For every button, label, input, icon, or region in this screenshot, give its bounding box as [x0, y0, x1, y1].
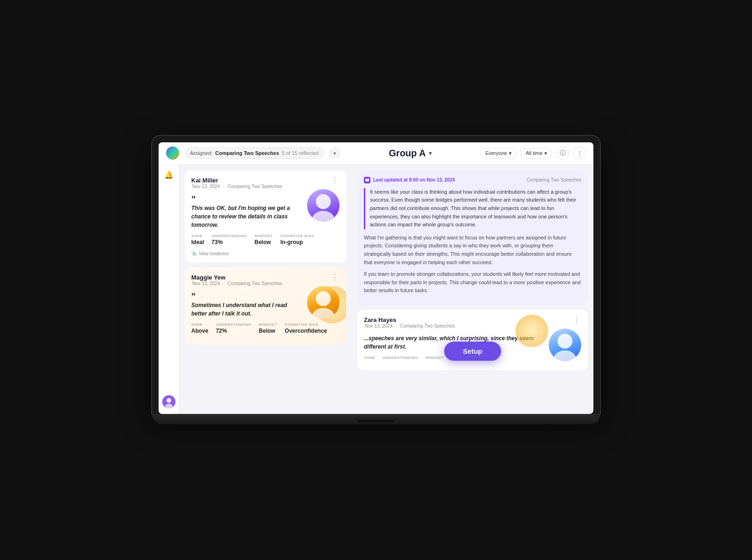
cards-column: Kai Miller Nov 13, 2024 · Comparing Two … [179, 165, 352, 414]
kai-mindset: MINDSET Below [255, 234, 273, 245]
kai-zone: ZONE Ideal [191, 234, 204, 245]
everyone-chevron: ▾ [509, 150, 512, 156]
kai-name: Kai Miller [191, 177, 283, 184]
maggie-mindset: MINDSET Below [259, 322, 278, 334]
kai-avatar [307, 189, 340, 222]
everyone-label: Everyone [485, 150, 507, 156]
reflected-count: 5 of 15 reflected [282, 150, 319, 156]
zara-name: Zara Hayes [364, 316, 456, 323]
maggie-metrics: ZONE Above UNDERSTANDING 72% MINDSET Bel… [191, 322, 340, 334]
zara-info: Zara Hayes Nov 13, 2024 · Comparing Two … [364, 316, 456, 332]
top-nav: Assigned: Comparing Two Speeches 5 of 15… [159, 142, 593, 165]
summary-updated-text: Last updated at 8:00 on Nov 13, 2024 [373, 177, 455, 182]
maggie-name: Maggie Yew [191, 274, 283, 281]
nav-right: Everyone ▾ All time ▾ ⓘ ⋮ [480, 147, 586, 160]
maggie-zone: ZONE Above [191, 322, 209, 334]
assigned-badge[interactable]: Assigned: Comparing Two Speeches 5 of 15… [185, 147, 324, 159]
info-button[interactable]: ⓘ [556, 147, 569, 160]
summary-body: It seems like your class is thinking abo… [364, 188, 581, 229]
summary-icon [364, 177, 370, 183]
alltime-label: All time [526, 150, 543, 156]
summary-header: Last updated at 8:00 on Nov 13, 2024 Com… [364, 177, 581, 183]
setup-button[interactable]: Setup [444, 342, 501, 361]
sidebar: 🔔 [159, 165, 179, 414]
info-icon: ⓘ [560, 149, 566, 157]
summary-card: Last updated at 8:00 on Nov 13, 2024 Com… [357, 170, 588, 305]
group-title-area: Group A ▾ [346, 148, 475, 159]
kai-understanding: UNDERSTANDING 73% [211, 234, 247, 245]
kai-more-button[interactable]: ⋮ [330, 177, 340, 184]
right-panel: Last updated at 8:00 on Nov 13, 2024 Com… [352, 165, 593, 414]
student-card-zara: Zara Hayes Nov 13, 2024 · Comparing Two … [357, 310, 588, 370]
svg-rect-7 [365, 178, 369, 182]
summary-assignment: Comparing Two Speeches [527, 177, 581, 182]
everyone-filter[interactable]: Everyone ▾ [480, 148, 516, 159]
maggie-cognitive-bias: COGNITIVE BIAS Overconfidence [285, 322, 327, 334]
more-options-button[interactable]: ⋮ [573, 147, 586, 160]
maggie-avatar [307, 286, 340, 319]
main-content: 🔔 [159, 165, 593, 414]
summary-updated: Last updated at 8:00 on Nov 13, 2024 [364, 177, 455, 183]
app-logo [166, 147, 179, 160]
group-title: Group A [389, 148, 426, 159]
maggie-meta: Nov 13, 2024 · Comparing Two Speeches [191, 281, 283, 286]
zara-zone: ZONE [364, 356, 375, 360]
alltime-chevron: ▾ [544, 150, 547, 156]
student-card-kai: Kai Miller Nov 13, 2024 · Comparing Two … [185, 170, 346, 263]
alltime-filter[interactable]: All time ▾ [521, 148, 552, 159]
summary-paragraph-3: If you learn to promote stronger collabo… [364, 270, 581, 295]
group-dropdown-icon[interactable]: ▾ [429, 149, 432, 157]
kai-info: Kai Miller Nov 13, 2024 · Comparing Two … [191, 177, 283, 193]
kai-meta: Nov 13, 2024 · Comparing Two Speeches [191, 184, 283, 189]
setup-overlay: Setup [444, 342, 501, 361]
svg-rect-9 [368, 178, 369, 179]
chevron-down-icon: ▾ [334, 151, 336, 156]
summary-paragraph-1: It seems like your class is thinking abo… [370, 188, 581, 229]
svg-rect-8 [366, 178, 367, 179]
svg-point-5 [316, 291, 331, 306]
kai-metrics: ZONE Ideal UNDERSTANDING 73% MINDSET Bel… [191, 234, 340, 245]
maggie-understanding: UNDERSTANDING 72% [216, 322, 251, 334]
kai-cognitive-bias: COGNITIVE BIAS In-group [280, 234, 314, 245]
card-header-zara: Zara Hayes Nov 13, 2024 · Comparing Two … [364, 316, 581, 332]
more-dots-icon: ⋮ [577, 150, 583, 157]
paperclip-icon: 📎 [191, 251, 197, 256]
view-evidence-button[interactable]: 📎 View evidence [191, 249, 340, 256]
zara-meta: Nov 13, 2024 · Comparing Two Speeches [364, 323, 456, 329]
student-card-maggie: Maggie Yew Nov 13, 2024 · Comparing Two … [185, 267, 346, 344]
assigned-label: Assigned: [190, 150, 212, 156]
summary-paragraph-2: What I'm gathering is that you might wan… [364, 234, 581, 266]
maggie-more-button[interactable]: ⋮ [330, 274, 340, 281]
svg-point-1 [167, 398, 171, 403]
zara-mindset: MINDSET [425, 356, 444, 360]
notifications-button[interactable]: 🔔 [164, 170, 174, 179]
assignment-name: Comparing Two Speeches [215, 150, 279, 156]
svg-point-3 [316, 194, 331, 209]
user-avatar[interactable] [162, 395, 175, 408]
zara-more-button[interactable]: ⋮ [572, 316, 581, 324]
maggie-info: Maggie Yew Nov 13, 2024 · Comparing Two … [191, 274, 283, 290]
assignment-dropdown-btn[interactable]: ▾ [329, 147, 341, 159]
svg-point-10 [557, 334, 572, 349]
zara-understanding: UNDERSTANDING [383, 356, 418, 360]
